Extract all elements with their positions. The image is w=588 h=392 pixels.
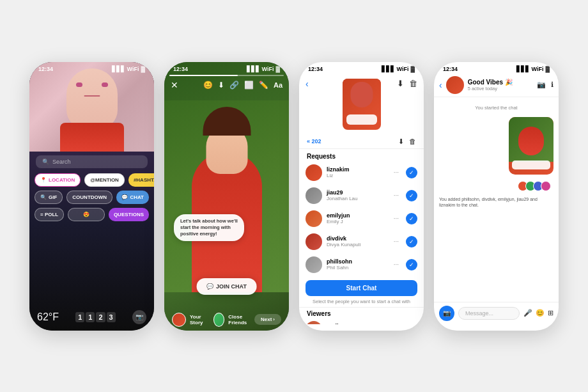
more-options-phillsohn[interactable]: ···	[394, 261, 399, 268]
phone2-background: 12:34 ▋▋▋ WiFi ▓ ✕ 😊 ⬇ 🔗 ⬜ ✏️	[164, 62, 289, 331]
join-chat-button[interactable]: 💬 JOIN CHAT	[196, 278, 257, 295]
sticker-countdown[interactable]: COUNTDOWN	[66, 191, 112, 204]
check-jiau29[interactable]: ✓	[406, 190, 417, 201]
check-emilyjun[interactable]: ✓	[406, 213, 417, 224]
your-story-label: Your Story	[190, 314, 210, 325]
chat-bubble-icon: 💬	[121, 194, 128, 200]
weather-footer: 62°F 1 1 2 3 📷	[29, 310, 154, 324]
viewers-section-title: Viewers	[299, 307, 424, 318]
sticker-chat[interactable]: 💬 CHAT	[116, 191, 149, 204]
system-message: You started the chat	[439, 102, 553, 113]
app-container: 12:34 ▋▋▋ WiFi ▓ 🔍 Search 📍 LOCATION	[0, 0, 588, 392]
camera-button[interactable]: 📷	[132, 310, 146, 324]
download-count-icon[interactable]: ⬇	[398, 137, 404, 146]
check-liznakim[interactable]: ✓	[406, 167, 417, 178]
story-footer: Your Story Close Friends Next ›	[164, 313, 289, 327]
wifi-phone2: WiFi	[262, 66, 274, 72]
signal-phone1: ▋▋▋	[112, 66, 125, 72]
start-chat-button[interactable]: Start Chat	[306, 280, 417, 296]
save-icon[interactable]: ⬇	[218, 81, 224, 90]
digit-3: 2	[96, 312, 105, 322]
story-chat-bubble: Let's talk about how we'll start the mor…	[174, 214, 244, 240]
request-item: phillsohn Phil Sahn ··· ✓	[299, 253, 424, 276]
request-info-phillsohn: phillsohn Phil Sahn	[327, 258, 389, 270]
emoji-icon[interactable]: 😊	[203, 81, 213, 90]
group-avatar	[446, 76, 464, 94]
sticker-mention[interactable]: @MENTION	[84, 173, 125, 187]
check-phillsohn[interactable]: ✓	[406, 259, 417, 270]
group-avatars-area	[439, 178, 551, 191]
chat-icon: 💬	[206, 283, 213, 290]
search-icon: 🔍	[42, 159, 49, 165]
add-sticker-icon[interactable]: ⬜	[244, 81, 254, 90]
time-phone1: 12:34	[38, 66, 53, 72]
video-icon[interactable]: 📷	[537, 81, 546, 89]
draw-icon[interactable]: ✏️	[259, 81, 268, 90]
close-friends-label: Close Friends	[228, 314, 254, 325]
request-username-emilyjun: emilyjun	[327, 212, 389, 219]
request-username-divdivk: divdivk	[327, 235, 389, 242]
wifi-phone1: WiFi	[127, 66, 139, 72]
download-icon[interactable]: ⬇	[397, 79, 404, 88]
battery-phone1: ▓	[141, 66, 145, 72]
message-input[interactable]: Message...	[458, 307, 520, 320]
emoji-input-icon[interactable]: 😊	[536, 309, 545, 317]
mic-icon[interactable]: 🎤	[523, 309, 532, 317]
more-options-emilyjun[interactable]: ···	[394, 215, 399, 222]
requests-list: liznakim Liz ··· ✓ jiau29 Jonathan Lau ·…	[299, 161, 424, 276]
group-active: 5 active today	[468, 86, 533, 91]
digit-2: 1	[86, 312, 95, 322]
sticker-input-icon[interactable]: ⊞	[548, 309, 553, 317]
sticker-gif[interactable]: 🔍 GIF	[35, 191, 63, 204]
digit-1: 1	[75, 312, 84, 322]
sticker-questions[interactable]: QUESTIONS	[109, 208, 149, 221]
delete-count-icon[interactable]: 🗑	[409, 137, 416, 146]
request-info-divdivk: divdivk Divya Kunapuli	[327, 235, 389, 247]
request-username-liznakim: liznakim	[327, 166, 389, 173]
back-button-phone3[interactable]: ‹	[306, 79, 309, 89]
request-avatar-jiau29	[306, 187, 322, 204]
request-info-emilyjun: emilyjun Emily J	[327, 212, 389, 224]
viewer-avatar-muii	[306, 321, 322, 324]
request-item: emilyjun Emily J ··· ✓	[299, 207, 424, 230]
sticker-poll[interactable]: = POLL	[35, 208, 64, 221]
delete-icon[interactable]: 🗑	[409, 79, 417, 88]
story-image: Let's talk about how we'll start the mor…	[164, 100, 289, 292]
requests-section-title: Requests	[299, 149, 424, 161]
view-count[interactable]: « 202	[307, 138, 321, 145]
next-button[interactable]: Next ›	[254, 314, 281, 325]
check-divdivk[interactable]: ✓	[406, 236, 417, 247]
group-avatar-4	[541, 181, 551, 191]
shared-story-thumbnail	[509, 117, 553, 175]
status-bar-phone1: 12:34 ▋▋▋ WiFi ▓	[29, 62, 154, 74]
more-options-jiau29[interactable]: ···	[394, 192, 399, 199]
group-name: Good Vibes 🎉	[468, 79, 533, 86]
sticker-location[interactable]: 📍 LOCATION	[35, 173, 81, 187]
camera-input-button[interactable]: 📷	[439, 306, 454, 321]
sticker-hashtag[interactable]: #HASHTAG	[128, 173, 154, 187]
more-options-liznakim[interactable]: ···	[394, 169, 399, 176]
time-phone2: 12:34	[173, 66, 188, 72]
request-avatar-phillsohn	[306, 256, 322, 273]
phone4: 12:34 ▋▋▋ WiFi ▓ ‹ Good Vibes 🎉 5 active…	[434, 62, 559, 331]
request-name-emilyjun: Emily J	[327, 219, 389, 224]
phone1: 12:34 ▋▋▋ WiFi ▓ 🔍 Search 📍 LOCATION	[29, 62, 154, 331]
location-pin-icon: 📍	[40, 177, 47, 183]
text-icon[interactable]: Aa	[274, 81, 282, 89]
request-avatar-liznakim	[306, 164, 322, 181]
chat-info: Good Vibes 🎉 5 active today	[468, 79, 533, 91]
close-icon[interactable]: ✕	[171, 80, 178, 90]
chat-messages: You started the chat	[434, 97, 559, 302]
battery-phone4: ▓	[545, 66, 550, 72]
story-progress	[169, 75, 284, 76]
link-icon[interactable]: 🔗	[229, 81, 239, 90]
info-icon[interactable]: ℹ	[551, 81, 553, 89]
story-topbar: ✕ 😊 ⬇ 🔗 ⬜ ✏️ Aa	[164, 77, 289, 91]
sticker-emoji-slider[interactable]: 😍	[68, 208, 105, 221]
more-options-divdivk[interactable]: ···	[394, 238, 399, 245]
back-arrow[interactable]: ‹	[439, 80, 442, 90]
phone3: 12:34 ▋▋▋ WiFi ▓ ⬇ 🗑 ‹	[299, 62, 424, 331]
request-avatar-divdivk	[306, 233, 322, 250]
sticker-search[interactable]: 🔍 Search	[36, 155, 148, 168]
added-members-message: You added phillsohn, divdivk, emilyjun, …	[439, 196, 541, 209]
